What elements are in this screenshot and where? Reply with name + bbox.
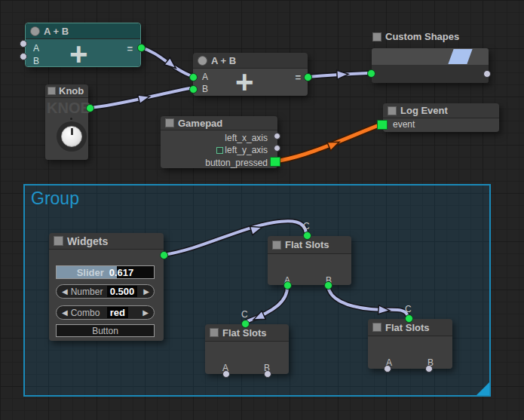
node-add-teal[interactable]: A + B A B + = <box>25 23 141 67</box>
node-gamepad[interactable]: Gamepad left_x_axis left_y_axis button_p… <box>161 116 277 168</box>
pin-flatleft-output-a[interactable] <box>222 370 230 378</box>
node-flat-slots-right-body: A B <box>368 336 452 369</box>
node-knob-body: KNOB <box>45 98 88 160</box>
wire-gamepad-to-logevent[interactable] <box>280 126 377 161</box>
combo-selector[interactable]: ◀ Combo red ▶ <box>56 305 155 320</box>
pin-gamepad-left-x-axis[interactable] <box>274 133 280 139</box>
wire-add2-to-shapes[interactable] <box>308 69 368 79</box>
knob-indicator-dot <box>70 118 72 120</box>
node-custom-shapes[interactable] <box>372 48 489 83</box>
pin-shapes-output[interactable] <box>483 70 491 78</box>
node-gamepad-header[interactable]: Gamepad <box>161 116 277 130</box>
knob-display-text: KNOB <box>47 100 91 117</box>
slot-label-c: C <box>405 304 412 314</box>
pin-flattop-output-b[interactable] <box>324 281 332 290</box>
pin-flatleft-input-c[interactable] <box>241 320 250 328</box>
node-log-event[interactable]: Log Event event <box>383 103 499 132</box>
node-editor-canvas[interactable]: Group <box>0 0 524 420</box>
combo-left-arrow-icon[interactable]: ◀ <box>62 308 68 317</box>
pin-logevent-event[interactable] <box>377 120 388 130</box>
node-widgets-body: Slider 0.617 ◀ Number 0.500 ▶ ◀ Combo re… <box>49 250 164 341</box>
output-label-left-x-axis: left_x_axis <box>225 133 268 143</box>
node-log-event-header[interactable]: Log Event <box>383 103 499 118</box>
node-widgets[interactable]: Widgets Slider 0.617 ◀ Number 0.500 ▶ ◀ … <box>49 233 164 341</box>
slot-label-c: C <box>303 221 310 231</box>
node-title: Flat Slots <box>222 327 267 339</box>
custom-shapes-display <box>372 48 489 65</box>
input-label-a: A <box>202 72 208 82</box>
input-label-b: B <box>33 56 39 66</box>
checkbox-icon[interactable] <box>216 147 223 154</box>
combo-right-arrow-icon[interactable]: ▶ <box>142 308 149 317</box>
pin-flatright-input-c[interactable] <box>405 314 413 323</box>
node-title: Widgets <box>67 235 108 247</box>
node-add-teal-body: A B + = <box>26 39 140 66</box>
number-label: Number <box>71 287 104 297</box>
number-stepper[interactable]: ◀ Number 0.500 ▶ <box>56 284 155 299</box>
pin-flatright-output-a[interactable] <box>384 365 391 372</box>
node-state-icon <box>47 87 56 95</box>
knob-dial[interactable] <box>61 126 82 147</box>
wire-knob-to-add2[interactable] <box>90 88 190 108</box>
output-label-equals: = <box>295 72 301 83</box>
pin-add1-output[interactable] <box>137 44 146 52</box>
node-title: A + B <box>211 55 236 66</box>
node-state-icon <box>210 328 219 337</box>
combo-label: Combo <box>71 308 104 318</box>
combo-value[interactable]: red <box>107 307 128 318</box>
input-label-b: B <box>202 84 208 94</box>
node-gamepad-body: left_x_axis left_y_axis button_pressed <box>161 130 277 168</box>
pin-add1-input-b[interactable] <box>20 53 27 60</box>
stepper-right-arrow-icon[interactable]: ▶ <box>143 287 149 296</box>
node-state-icon <box>165 118 174 127</box>
pin-flatright-output-b[interactable] <box>425 365 433 372</box>
pin-add2-input-b[interactable] <box>189 85 198 94</box>
wire-flattop-to-flatleft[interactable] <box>247 286 287 324</box>
node-title: Flat Slots <box>285 239 329 250</box>
pin-widgets-output[interactable] <box>160 251 168 259</box>
node-state-icon <box>54 236 63 246</box>
node-log-event-body: event <box>383 118 499 132</box>
node-custom-shapes-header[interactable]: Custom Shapes <box>372 31 459 42</box>
node-title: Flat Slots <box>385 322 430 333</box>
node-flat-slots-left[interactable]: Flat Slots A B <box>205 324 289 374</box>
pin-gamepad-left-y-axis[interactable] <box>274 145 280 152</box>
pin-add2-input-a[interactable] <box>189 73 198 81</box>
pin-add1-input-a[interactable] <box>20 40 27 48</box>
node-title: A + B <box>44 26 69 37</box>
node-add-gray[interactable]: A + B A B + = <box>193 53 308 96</box>
wire-add1-to-add2[interactable] <box>141 48 190 75</box>
node-add-gray-body: A B + = <box>193 69 308 96</box>
node-state-icon <box>30 26 40 36</box>
node-flat-slots-top[interactable]: Flat Slots A B <box>268 236 351 285</box>
parallelogram-shape <box>448 49 472 64</box>
pin-flatleft-output-b[interactable] <box>264 370 271 378</box>
stepper-left-arrow-icon[interactable]: ◀ <box>62 287 68 296</box>
pin-add2-output[interactable] <box>304 73 312 81</box>
input-label-a: A <box>33 43 39 54</box>
slider-widget[interactable]: Slider 0.617 <box>56 265 155 279</box>
node-flat-slots-top-body: A B <box>268 254 351 285</box>
pin-flattop-input-c[interactable] <box>303 231 311 240</box>
output-label-left-y-axis: left_y_axis <box>216 145 268 155</box>
slider-value: 0.617 <box>109 267 134 278</box>
node-state-icon <box>372 32 382 41</box>
pin-shapes-input[interactable] <box>367 69 375 78</box>
custom-shapes-pin-row <box>372 65 489 83</box>
wire-flattop-to-flatright[interactable] <box>328 286 408 316</box>
pin-gamepad-button-pressed[interactable] <box>270 157 280 167</box>
pin-knob-output[interactable] <box>86 104 94 112</box>
output-label-equals: = <box>127 43 133 54</box>
node-knob-header[interactable]: Knob <box>45 84 88 98</box>
node-knob[interactable]: Knob KNOB <box>45 84 88 160</box>
slider-label: Slider <box>77 267 104 278</box>
node-state-icon <box>272 241 281 250</box>
node-flat-slots-right[interactable]: Flat Slots A B <box>368 319 452 369</box>
number-value[interactable]: 0.500 <box>107 286 138 297</box>
knob-widget[interactable] <box>57 121 87 152</box>
button-widget[interactable]: Button <box>56 324 155 337</box>
node-title: Custom Shapes <box>385 31 459 42</box>
pin-flattop-output-a[interactable] <box>283 281 292 290</box>
node-widgets-header[interactable]: Widgets <box>49 233 164 250</box>
node-state-icon <box>372 323 382 332</box>
